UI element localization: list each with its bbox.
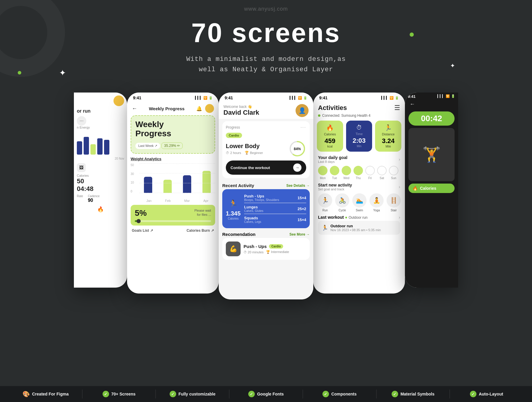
p4-act-run[interactable]: 🏃 Run xyxy=(318,193,332,212)
p4-lw-header: Last workout ● Outdoor run › xyxy=(318,215,400,220)
check-icon-5: ✓ xyxy=(392,391,398,397)
p3-more-dots[interactable]: ··· xyxy=(301,125,306,130)
p4-menu-icon[interactable]: ☰ xyxy=(394,104,400,112)
p4-cycle-icon: 🚴 xyxy=(335,193,349,208)
phone-4: 9:41 ▎▎▎🛜🔋 Activities ☰ Connected: Sumsu… xyxy=(313,93,405,294)
p3-recent-title: Recent Activity xyxy=(222,183,254,188)
p4-day-circle-sun xyxy=(389,166,398,175)
p2-progress-section: 5% Please wait for files ... xyxy=(131,205,215,226)
footer-item-screens: ✓ 70+ Screens xyxy=(82,391,156,397)
p2-back-button[interactable]: ← xyxy=(132,106,137,112)
phone-4-content: 9:41 ▎▎▎🛜🔋 Activities ☰ Connected: Sumsu… xyxy=(313,93,405,294)
p3-see-details[interactable]: See Details → xyxy=(286,184,310,188)
p2-chart-labels: JanFebMarApr xyxy=(131,199,215,202)
p3-avatar: 👤 xyxy=(296,104,309,117)
p2-status-time: 9:41 xyxy=(133,95,141,100)
p2-footer: Goals List ↗ Calories Burn ↗ xyxy=(127,226,219,233)
p3-rec-name: Push - Ups xyxy=(244,244,267,249)
p1-chart-bars xyxy=(77,131,124,155)
p4-day-tue: Tue xyxy=(330,166,339,180)
p4-new-act-text: Start new activity Set goal and track xyxy=(318,183,352,191)
p3-arrow-icon: → xyxy=(293,163,301,172)
check-icon-1: ✓ xyxy=(103,391,109,397)
p2-goals-list[interactable]: Goals List ↗ xyxy=(132,228,153,233)
p4-run-icon: 🏃 xyxy=(318,193,332,208)
p1-more-button[interactable]: ··· xyxy=(77,116,86,126)
p3-exercise-meta: ⏱ 2 hours 🏆 Beginner xyxy=(226,151,263,155)
phone-1-partial: or run ··· n Energy 20 Nov 🖼 Calories 50… xyxy=(74,93,127,288)
footer-custom-label: Fully customizable xyxy=(179,392,215,396)
p3-card-header: Progress ··· xyxy=(226,125,306,130)
p3-rec-title: Recomendation xyxy=(222,232,256,237)
phone-3: 9:41 ▎▎▎🛜🔋 Welcome back 👋 David Clark 👤 xyxy=(219,93,313,299)
p2-bell-icon[interactable]: 🔔 xyxy=(196,106,202,111)
p2-weight-label: Weight Analytics xyxy=(131,157,215,161)
p4-lw-meta: Nov 16 2023 • 08:35 am • 5:35 min xyxy=(330,228,397,232)
p3-continue-button[interactable]: Continue the workout → xyxy=(226,161,306,175)
footer-item-fonts: ✓ Google Fonts xyxy=(229,391,303,397)
p3-act3-reps: 15×4 xyxy=(298,218,306,222)
main-title: 70 screens xyxy=(6,18,526,48)
p4-lw-icon: 🏃 xyxy=(322,225,328,231)
p4-stair-icon: 🪜 xyxy=(387,193,401,208)
phone-2-content: 9:41 ▎▎▎ 🛜 🔋 ← Weekly Progress 🔔 xyxy=(127,93,219,294)
p2-calories-burn[interactable]: Calories Burn ↗ xyxy=(186,228,214,233)
p4-act-cycle[interactable]: 🚴 Cycle xyxy=(335,193,349,212)
footer-item-autolayout: ✓ Auto-Layout xyxy=(450,391,523,397)
footer-item-figma: 🎨 Created For Figma xyxy=(9,390,82,398)
star-decoration-1: ✦ xyxy=(59,68,66,78)
p5-back-button[interactable]: ← xyxy=(410,101,415,107)
p3-recent-header: Recent Activity See Details → xyxy=(219,181,313,189)
p4-lw-name: Outdoor run xyxy=(330,224,397,228)
p4-lw-card: 🏃 Outdoor run Nov 16 2023 • 08:35 am • 5… xyxy=(318,221,400,235)
p4-lw-chevron[interactable]: › xyxy=(399,215,400,220)
p3-activity-item-2: Lunges Calves, Glutes 25×2 xyxy=(244,204,306,214)
p3-calories-label: Calories xyxy=(228,217,239,220)
header-section: www.anyusj.com ✦ ✦ 70 screens With a min… xyxy=(0,0,532,87)
p4-day-wed: Wed xyxy=(342,166,351,180)
p4-last-workout: Last workout ● Outdoor run › 🏃 Outdoor r… xyxy=(313,215,405,235)
p3-see-more[interactable]: See More → xyxy=(289,232,310,236)
p4-day-circle-thu xyxy=(353,166,363,175)
p3-exercise-name: Lower Body xyxy=(226,143,263,150)
p3-exercise-row: Lower Body ⏱ 2 hours 🏆 Beginner 84% xyxy=(226,140,306,158)
p3-welcome-text: Welcome back 👋 xyxy=(223,105,259,109)
p3-act1-name: Push - Ups xyxy=(244,194,279,198)
p3-progress-card: Progress ··· Cardio Lower Body ⏱ 2 hours… xyxy=(222,121,310,178)
p2-avatar[interactable] xyxy=(205,104,214,113)
p4-header: Activities ☰ xyxy=(313,102,405,114)
p2-progress-text: Please wait for files ... xyxy=(194,208,211,217)
check-icon-3: ✓ xyxy=(248,391,255,397)
p3-header-text: Welcome back 👋 David Clark xyxy=(223,105,259,116)
p4-calories-icon: 🔥 xyxy=(319,124,341,131)
p3-rec-badge: Cardio xyxy=(269,244,283,249)
p1-rate-label: Rate xyxy=(77,194,83,203)
p2-status-bar: 9:41 ▎▎▎ 🛜 🔋 xyxy=(127,93,219,102)
p4-days-row: Mon Tue Wed Thu xyxy=(318,166,400,180)
phone-5-partial: 9:41 ▎▎▎ 🛜 🔋 ← 00:42 🏋️ 🔥 Calories xyxy=(405,93,458,288)
p4-new-act-chevron[interactable]: › xyxy=(399,184,400,189)
p2-lastweek-badge[interactable]: Last Week ↗ xyxy=(135,143,160,149)
p4-act-stair[interactable]: 🪜 Stair xyxy=(387,193,401,212)
p3-header-row: Welcome back 👋 David Clark 👤 xyxy=(223,104,309,117)
p4-day-circle-wed xyxy=(342,166,351,175)
p4-goal-chevron[interactable]: › xyxy=(399,157,400,162)
p4-connected: Connected: Sumsung Health 4 xyxy=(313,114,405,121)
p2-hero-card: Weekly Progress Last Week ↗ 35.29% ✏ xyxy=(131,115,215,154)
phones-container: or run ··· n Energy 20 Nov 🖼 Calories 50… xyxy=(0,87,532,302)
p4-status-icons: ▎▎▎🛜🔋 xyxy=(381,96,399,100)
p4-act-swim[interactable]: 🏊 Swim xyxy=(352,193,366,212)
p2-progress-fill xyxy=(135,220,139,222)
p3-calories-count: 1.345 xyxy=(226,210,241,217)
p4-day-sat: Sat xyxy=(377,166,387,180)
p4-act-yoga[interactable]: 🧘 Yoga xyxy=(369,193,384,212)
footer-screens-label: 70+ Screens xyxy=(111,392,136,396)
dot-decoration-2 xyxy=(18,71,21,74)
check-icon-2: ✓ xyxy=(170,391,176,397)
p4-time-icon: ⏱ xyxy=(348,124,370,131)
p1-energy-label: n Energy xyxy=(77,126,124,129)
p3-header: Welcome back 👋 David Clark 👤 xyxy=(219,102,313,119)
p5-status-icons: ▎▎▎ 🛜 🔋 xyxy=(437,94,455,99)
p4-status-time: 9:41 xyxy=(319,95,327,100)
p4-stats-row: 🔥 Calories 459 kcal ⏱ Time 2:03 Min 🏃 Di… xyxy=(317,121,401,152)
